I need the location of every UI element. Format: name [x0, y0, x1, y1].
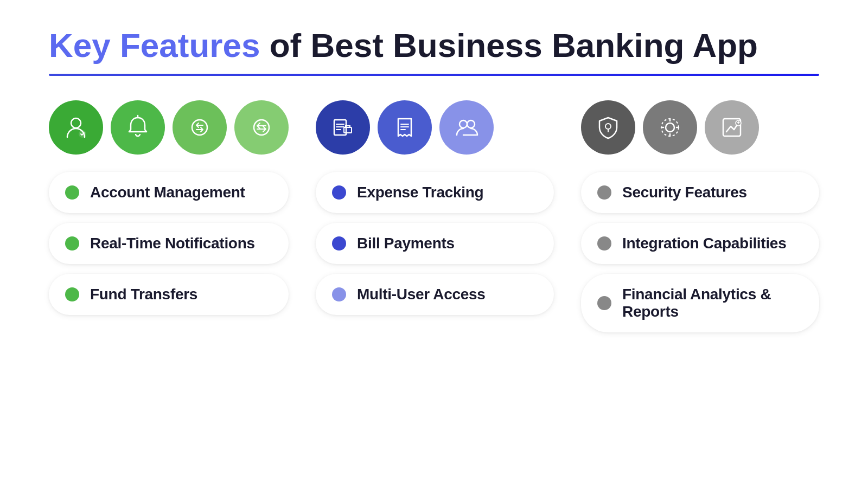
svg-rect-6	[344, 127, 352, 133]
dot-bill	[332, 236, 346, 251]
label-realtime-notifications: Real-Time Notifications	[90, 235, 255, 252]
integration-icon	[656, 113, 684, 142]
column-green: Account Management Real-Time Notificatio…	[49, 100, 289, 342]
label-multi-user: Multi-User Access	[357, 286, 486, 303]
users-icon-circle	[439, 100, 494, 155]
account-icon-circle	[49, 100, 103, 155]
feature-account-management: Account Management	[49, 172, 289, 213]
transfer-icon-circle	[173, 100, 227, 155]
dot-account	[65, 185, 79, 200]
feature-multi-user: Multi-User Access	[316, 274, 554, 315]
notification-icon-circle	[111, 100, 165, 155]
dot-multi-user	[332, 287, 346, 301]
svg-point-4	[254, 120, 269, 135]
dot-analytics	[597, 296, 611, 310]
label-integration: Integration Capabilities	[622, 235, 786, 252]
dot-expense	[332, 185, 346, 200]
feature-bill-payments: Bill Payments	[316, 223, 554, 264]
page-title: Key Features of Best Business Banking Ap…	[49, 27, 819, 64]
svg-point-9	[605, 124, 611, 129]
label-expense-tracking: Expense Tracking	[357, 184, 483, 201]
feature-integration: Integration Capabilities	[581, 223, 819, 264]
feature-security: Security Features	[581, 172, 819, 213]
icon-row-gray	[581, 100, 819, 155]
transfer2-icon-circle	[234, 100, 289, 155]
icon-row-blue	[316, 100, 554, 155]
dot-integration	[597, 236, 611, 251]
column-gray: Security Features Integration Capabiliti…	[581, 100, 819, 342]
transfer-icon	[186, 113, 214, 142]
title-divider	[49, 74, 819, 76]
dot-security	[597, 185, 611, 200]
label-analytics: Financial Analytics & Reports	[622, 286, 803, 320]
svg-point-8	[467, 120, 475, 128]
bill-icon	[391, 113, 419, 142]
svg-point-7	[459, 120, 467, 128]
column-blue: Expense Tracking Bill Payments Multi-Use…	[316, 100, 554, 342]
dot-fund-transfers	[65, 287, 79, 301]
label-account-management: Account Management	[90, 184, 245, 201]
bill-icon-circle	[378, 100, 432, 155]
svg-point-3	[192, 120, 207, 135]
icon-row-green	[49, 100, 289, 155]
dot-notifications	[65, 236, 79, 251]
account-icon	[62, 113, 90, 142]
title-suffix: of Best Business Banking App	[260, 27, 758, 64]
page: Key Features of Best Business Banking Ap…	[0, 0, 868, 488]
features-columns: Account Management Real-Time Notificatio…	[49, 100, 819, 342]
feature-realtime-notifications: Real-Time Notifications	[49, 223, 289, 264]
label-security: Security Features	[622, 184, 747, 201]
feature-expense-tracking: Expense Tracking	[316, 172, 554, 213]
svg-point-11	[666, 123, 674, 132]
svg-point-0	[71, 118, 81, 128]
label-bill-payments: Bill Payments	[357, 235, 455, 252]
security-icon	[594, 113, 622, 142]
feature-fund-transfers: Fund Transfers	[49, 274, 289, 315]
transfer2-icon	[247, 113, 276, 142]
users-icon	[452, 113, 481, 142]
notification-icon	[124, 113, 152, 142]
label-fund-transfers: Fund Transfers	[90, 286, 197, 303]
title-highlight: Key Features	[49, 27, 260, 64]
expense-icon-circle	[316, 100, 370, 155]
analytics-icon	[718, 113, 746, 142]
feature-analytics: Financial Analytics & Reports	[581, 274, 819, 332]
integration-icon-circle	[643, 100, 697, 155]
analytics-icon-circle	[705, 100, 759, 155]
expense-icon	[329, 113, 357, 142]
security-icon-circle	[581, 100, 635, 155]
